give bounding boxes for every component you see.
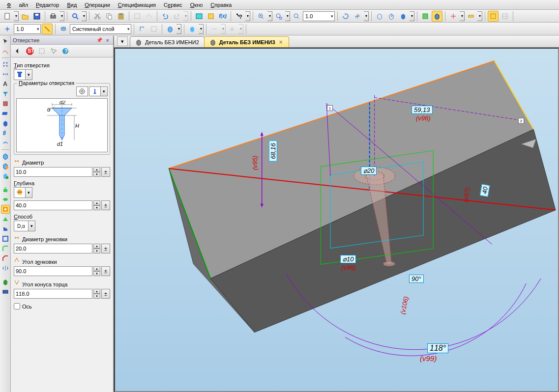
geom-icon[interactable] bbox=[1, 60, 10, 69]
text-drop[interactable]: ▾ bbox=[238, 24, 243, 34]
rib-icon[interactable] bbox=[1, 215, 10, 224]
plane-icon[interactable] bbox=[1, 109, 10, 118]
stop-button[interactable]: STOP bbox=[25, 46, 35, 56]
preview-button[interactable] bbox=[70, 11, 81, 22]
tipa-lock-button[interactable]: ± bbox=[101, 289, 110, 299]
tab-part-3[interactable]: Деталь БЕЗ ИМЕНИ3 × bbox=[204, 36, 289, 47]
fillet-icon[interactable] bbox=[1, 244, 10, 253]
axis-checkbox[interactable] bbox=[14, 303, 20, 309]
text-button[interactable]: A bbox=[227, 24, 237, 34]
scale-dropdown[interactable]: 1.0 bbox=[14, 24, 41, 34]
tab-part-2[interactable]: Деталь БЕЗ ИМЕНИ2 bbox=[130, 36, 205, 47]
method-selector[interactable]: D,α ▾ bbox=[14, 221, 35, 231]
zoom-window-button[interactable] bbox=[256, 11, 266, 22]
body2-icon[interactable] bbox=[1, 162, 10, 170]
lcs-button[interactable] bbox=[137, 24, 147, 34]
section-dropdown[interactable]: ▾ bbox=[460, 11, 465, 21]
apply-button[interactable] bbox=[13, 46, 24, 56]
copy-button[interactable] bbox=[104, 11, 115, 22]
zoom-fit-button[interactable] bbox=[273, 11, 284, 22]
text-icon[interactable]: A bbox=[1, 80, 10, 88]
model-button[interactable] bbox=[500, 11, 510, 22]
render-button[interactable] bbox=[165, 24, 176, 34]
csinka-lock-button[interactable]: ± bbox=[101, 266, 110, 276]
libs-button[interactable] bbox=[206, 11, 216, 22]
body3-icon[interactable] bbox=[1, 171, 10, 180]
help-dropdown[interactable]: ▾ bbox=[245, 11, 250, 21]
vars-button[interactable]: f(x) bbox=[217, 11, 228, 22]
3d-viewport[interactable]: 1 2 59,13 (v96) 68,16 (v95) 40 (v97) ⌀20… bbox=[114, 48, 559, 392]
surf-icon[interactable] bbox=[1, 139, 10, 147]
box1-drop[interactable]: ▾ bbox=[199, 24, 204, 34]
diameter-input[interactable] bbox=[14, 167, 92, 177]
filter-icon[interactable] bbox=[1, 89, 10, 98]
wireframe-button[interactable] bbox=[374, 11, 385, 22]
dimmeas-drop[interactable]: ▾ bbox=[221, 24, 226, 34]
redo-button[interactable] bbox=[172, 11, 182, 22]
redo-dropdown[interactable]: ▾ bbox=[183, 11, 188, 21]
chamfer-icon[interactable] bbox=[1, 254, 10, 263]
ortho-button[interactable] bbox=[2, 24, 13, 34]
hole-type-selector[interactable]: ▾ bbox=[14, 69, 32, 80]
diameter-lock-button[interactable]: ± bbox=[101, 167, 110, 177]
arrow-icon[interactable] bbox=[1, 37, 10, 46]
undo-button[interactable] bbox=[160, 11, 171, 22]
param-table-button[interactable] bbox=[76, 86, 88, 96]
menu-editor[interactable]: Редактор bbox=[32, 1, 63, 9]
dimmeas-button[interactable] bbox=[209, 24, 220, 34]
render-drop[interactable]: ▾ bbox=[177, 24, 181, 34]
menu-file[interactable]: Файл bbox=[3, 1, 32, 9]
depth-stepper[interactable]: ▲▼ bbox=[93, 200, 100, 210]
param-select-button[interactable]: ▾ bbox=[89, 86, 108, 96]
save-button[interactable] bbox=[31, 11, 42, 22]
print-dropdown[interactable]: ▾ bbox=[59, 11, 64, 21]
tab-close-icon[interactable]: × bbox=[278, 39, 284, 46]
zoom-value-dropdown[interactable]: 1.0 bbox=[303, 11, 335, 21]
paste-button[interactable] bbox=[116, 11, 126, 22]
selobj-button[interactable] bbox=[48, 46, 59, 56]
csinkd-stepper[interactable]: ▲▼ bbox=[93, 244, 100, 253]
csinkd-lock-button[interactable]: ± bbox=[101, 244, 110, 253]
panel-help-button[interactable]: ? bbox=[60, 46, 71, 56]
spline-icon[interactable] bbox=[1, 47, 10, 56]
panel-close-icon[interactable]: × bbox=[104, 37, 111, 43]
refresh-button[interactable] bbox=[340, 11, 351, 22]
perspective-button[interactable] bbox=[420, 11, 431, 22]
menu-ops[interactable]: Операции bbox=[81, 1, 114, 9]
help-arrow-button[interactable]: ? bbox=[234, 11, 244, 22]
copyprops-button[interactable] bbox=[144, 11, 154, 22]
revolve-icon[interactable] bbox=[1, 195, 10, 204]
open-button[interactable] bbox=[20, 11, 30, 22]
section-button[interactable] bbox=[448, 11, 459, 22]
menu-help[interactable]: Справка bbox=[206, 1, 235, 9]
draft-icon[interactable] bbox=[1, 224, 10, 233]
pin-icon[interactable]: 📌 bbox=[94, 37, 104, 43]
node-point-2[interactable]: 2 bbox=[518, 118, 524, 124]
body1-icon[interactable] bbox=[1, 152, 10, 161]
tipa-stepper[interactable]: ▲▼ bbox=[93, 289, 100, 299]
orient-button[interactable] bbox=[352, 11, 363, 22]
lcsmgr-button[interactable] bbox=[148, 24, 159, 34]
shaded-dropdown[interactable]: ▾ bbox=[410, 11, 414, 21]
shaded-button[interactable] bbox=[398, 11, 409, 22]
menu-service[interactable]: Сервис bbox=[160, 1, 186, 9]
box1-button[interactable] bbox=[187, 24, 198, 34]
orient-dropdown[interactable]: ▾ bbox=[364, 11, 369, 21]
props-button[interactable] bbox=[132, 11, 143, 22]
print-button[interactable] bbox=[48, 11, 59, 22]
shell-icon[interactable] bbox=[1, 234, 10, 243]
edit-icon[interactable] bbox=[1, 99, 10, 108]
new-button[interactable] bbox=[2, 11, 13, 22]
tipa-input[interactable] bbox=[14, 289, 92, 299]
menu-window[interactable]: Окно bbox=[186, 1, 207, 9]
new-dropdown[interactable]: ▾ bbox=[14, 11, 19, 21]
measure-dropdown[interactable]: ▾ bbox=[477, 11, 482, 21]
zoom-window-dropdown[interactable]: ▾ bbox=[267, 11, 272, 21]
part-icon[interactable] bbox=[1, 278, 10, 286]
hole-icon[interactable] bbox=[1, 205, 10, 214]
depth-lock-button[interactable]: ± bbox=[101, 200, 110, 210]
csinka-input[interactable] bbox=[14, 266, 92, 276]
tab-list-button[interactable]: ▾ bbox=[117, 36, 128, 46]
cut-button[interactable] bbox=[92, 11, 103, 22]
layer-dropdown[interactable]: Системный слой bbox=[70, 24, 131, 34]
